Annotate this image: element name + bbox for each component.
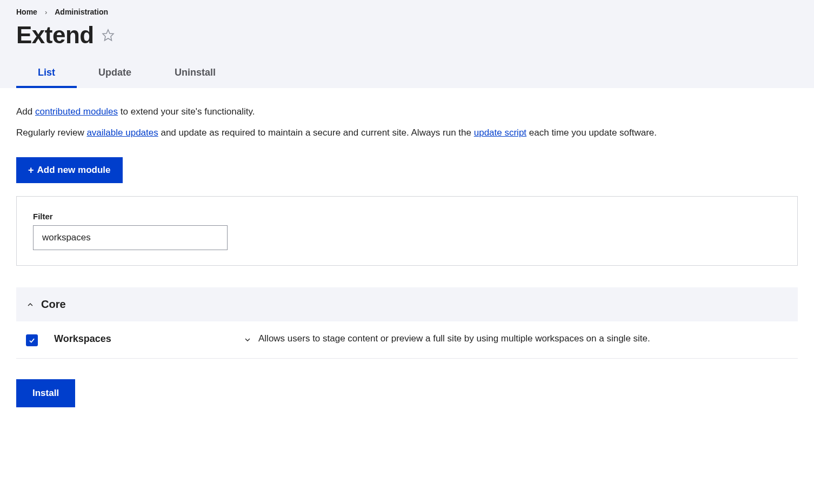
module-checkbox[interactable]	[26, 334, 38, 346]
svg-marker-0	[103, 30, 114, 41]
intro-text-part: Add	[16, 106, 35, 117]
breadcrumb-admin[interactable]: Administration	[55, 8, 108, 16]
category-title: Core	[41, 298, 66, 311]
add-new-module-label: Add new module	[37, 165, 111, 176]
update-script-link[interactable]: update script	[474, 127, 526, 138]
add-new-module-button[interactable]: + Add new module	[16, 157, 123, 183]
filter-box: Filter	[16, 196, 798, 266]
intro-text-part: and update as required to maintain a sec…	[158, 127, 474, 138]
tab-update[interactable]: Update	[77, 59, 153, 88]
breadcrumb-home[interactable]: Home	[16, 8, 37, 16]
module-row: Workspaces Allows users to stage content…	[16, 321, 798, 359]
chevron-right-icon: ›	[45, 8, 47, 16]
tabs: List Update Uninstall	[16, 59, 798, 88]
contributed-modules-link[interactable]: contributed modules	[35, 106, 118, 117]
module-name: Workspaces	[54, 333, 227, 345]
star-icon[interactable]	[102, 29, 115, 42]
chevron-down-icon	[243, 335, 252, 344]
title-row: Extend	[16, 22, 798, 49]
filter-input[interactable]	[33, 225, 228, 250]
module-description-toggle[interactable]: Allows users to stage content or preview…	[243, 333, 788, 344]
available-updates-link[interactable]: available updates	[86, 127, 158, 138]
plus-icon: +	[28, 165, 34, 175]
chevron-up-icon	[26, 300, 35, 309]
install-button[interactable]: Install	[16, 379, 75, 407]
module-description: Allows users to stage content or preview…	[258, 333, 650, 344]
tab-uninstall[interactable]: Uninstall	[153, 59, 237, 88]
page-title: Extend	[16, 22, 94, 49]
breadcrumb: Home › Administration	[16, 8, 798, 16]
tab-list[interactable]: List	[16, 59, 77, 88]
intro-text-part: to extend your site's functionality.	[118, 106, 255, 117]
filter-label: Filter	[33, 212, 781, 221]
header-region: Home › Administration Extend List Update…	[0, 0, 814, 88]
checkmark-icon	[28, 337, 36, 344]
category-header-core[interactable]: Core	[16, 287, 798, 321]
intro-text-part: each time you update software.	[526, 127, 657, 138]
intro-text-part: Regularly review	[16, 127, 86, 138]
intro-text: Add contributed modules to extend your s…	[16, 104, 798, 140]
content-region: Add contributed modules to extend your s…	[0, 88, 814, 429]
